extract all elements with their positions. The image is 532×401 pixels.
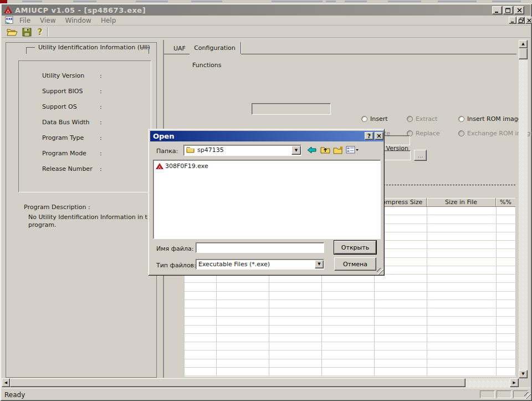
maximize-button[interactable] (503, 6, 513, 14)
status-bar: Ready (2, 388, 530, 399)
cancel-button[interactable]: Отмена (334, 257, 376, 271)
table-row (185, 351, 516, 359)
status-text: Ready (4, 391, 25, 399)
radio-insert-rom-image[interactable]: Insert ROM image (458, 115, 522, 123)
ami-logo-icon (3, 6, 13, 14)
scroll-down-button[interactable]: ▼ (519, 370, 528, 378)
dialog-title-bar[interactable]: Open ? (150, 131, 383, 141)
uii-fields-box: Utility Version: Support BIOS: Support O… (18, 60, 151, 192)
open-dialog: Open ? Папка: sp47135 ▼ (148, 129, 385, 276)
filename-input[interactable] (196, 242, 324, 253)
folder-label: Папка: (156, 148, 178, 155)
file-item[interactable]: 308F0F19.exe (156, 163, 208, 170)
horizontal-scrollbar[interactable]: ◀ ▶ (2, 378, 519, 387)
open-button-outline: Открыть (334, 240, 377, 255)
field-data-bus-width: Data Bus Width: (42, 119, 114, 126)
col-header-percent[interactable]: %% (496, 198, 515, 207)
radio-insert[interactable]: Insert (361, 115, 388, 123)
help-icon[interactable]: ? (35, 27, 45, 37)
table-row (185, 334, 516, 342)
view-menu-icon[interactable] (345, 145, 360, 155)
program-description-text: No Utility Identification Information in… (28, 214, 160, 229)
toolbar: ? (2, 26, 530, 38)
field-support-os: Support OS: (42, 103, 114, 110)
folder-icon (186, 146, 195, 155)
mdi-minimize-button[interactable] (509, 17, 516, 24)
dialog-help-button[interactable]: ? (365, 132, 374, 140)
filename-label: Имя файла: (156, 245, 193, 252)
scrollbar-corner (519, 378, 528, 387)
program-description-label: Program Description : (24, 204, 90, 211)
menu-window[interactable]: Window (65, 17, 91, 24)
table-row (185, 308, 516, 317)
folder-combobox[interactable]: sp47135 ▼ (183, 145, 301, 156)
radio-replace[interactable]: Replace (407, 130, 440, 137)
vertical-scrollbar[interactable]: ▲ ▼ (519, 40, 528, 378)
filetype-value: Executable Files (*.exe) (198, 261, 270, 268)
dialog-title: Open (153, 132, 174, 140)
folder-combobox-value: sp47135 (197, 146, 224, 154)
back-icon[interactable] (305, 145, 318, 155)
field-utility-version: Utility Version: (42, 72, 114, 79)
filetype-dropdown-button[interactable]: ▼ (315, 260, 324, 268)
title-bar[interactable]: AMIUCP v1.05 - [sp48673.exe] (2, 4, 530, 16)
minimize-button[interactable] (492, 6, 502, 14)
folder-dropdown-button[interactable]: ▼ (291, 146, 301, 155)
table-row (185, 292, 516, 300)
scroll-right-button[interactable]: ▶ (510, 378, 519, 387)
functions-label: Functions (192, 62, 222, 69)
toolbar-separator (47, 27, 48, 37)
tab-configuration[interactable]: Configuration (190, 42, 241, 54)
dialog-close-button[interactable] (375, 132, 383, 140)
svg-text:EXE: EXE (6, 17, 13, 21)
menu-help[interactable]: Help (101, 17, 116, 24)
menu-bar: EXE File View Window Help (2, 16, 530, 26)
horizontal-scroll-thumb[interactable] (10, 378, 466, 387)
up-folder-icon[interactable] (319, 145, 331, 155)
close-button[interactable] (514, 6, 524, 14)
file-exe-icon (156, 163, 163, 170)
table-row (185, 359, 516, 368)
table-row (185, 342, 516, 351)
dialog-resize-grip[interactable] (377, 268, 383, 275)
filetype-combobox[interactable]: Executable Files (*.exe) ▼ (196, 259, 324, 270)
file-list[interactable]: 308F0F19.exe (153, 160, 381, 239)
table-row (185, 326, 516, 334)
menu-view[interactable]: View (40, 17, 55, 24)
field-support-bios: Support BIOS: (42, 88, 114, 95)
tabstrip-baseline-left (164, 54, 190, 54)
uii-panel: Utility Identification Information (UII)… (6, 42, 157, 378)
save-icon[interactable] (20, 27, 33, 37)
mdi-close-button[interactable] (525, 17, 532, 24)
table-row (185, 283, 516, 291)
table-row (185, 368, 516, 376)
window-title: AMIUCP v1.05 - [sp48673.exe] (15, 6, 146, 14)
app-window: AMIUCP v1.05 - [sp48673.exe] EXE File Vi… (0, 0, 532, 401)
menu-file[interactable]: File (19, 17, 30, 24)
table-row (185, 300, 516, 308)
field-program-mode: Program Mode: (42, 150, 114, 157)
browse-button[interactable]: ... (414, 150, 427, 161)
file-name: 308F0F19.exe (165, 163, 208, 170)
field-release-number: Release Number: (42, 165, 114, 172)
table-row (185, 317, 516, 325)
window-resize-grip[interactable] (524, 392, 531, 399)
radio-extract[interactable]: Extract (407, 115, 437, 123)
open-folder-icon[interactable] (6, 27, 19, 37)
tab-uaf[interactable]: UAF (170, 43, 190, 54)
tabstrip-baseline-right (241, 54, 516, 54)
status-pane (497, 390, 511, 398)
scroll-left-button[interactable]: ◀ (2, 378, 10, 387)
mdi-restore-button[interactable] (517, 17, 525, 24)
filetype-label: Тип файлов: (156, 262, 196, 269)
status-pane (480, 390, 495, 398)
col-header-size-in-file[interactable]: Size in File (427, 198, 496, 207)
uii-group-title: Utility Identification Information (UII) (38, 44, 150, 51)
oem-version-input[interactable] (252, 103, 331, 115)
new-folder-icon[interactable] (332, 145, 344, 155)
open-button[interactable]: Открыть (334, 241, 376, 254)
vertical-scroll-thumb[interactable] (519, 48, 528, 59)
table-row (185, 275, 516, 283)
scroll-up-button[interactable]: ▲ (519, 40, 528, 48)
exe-document-icon: EXE (5, 16, 14, 24)
